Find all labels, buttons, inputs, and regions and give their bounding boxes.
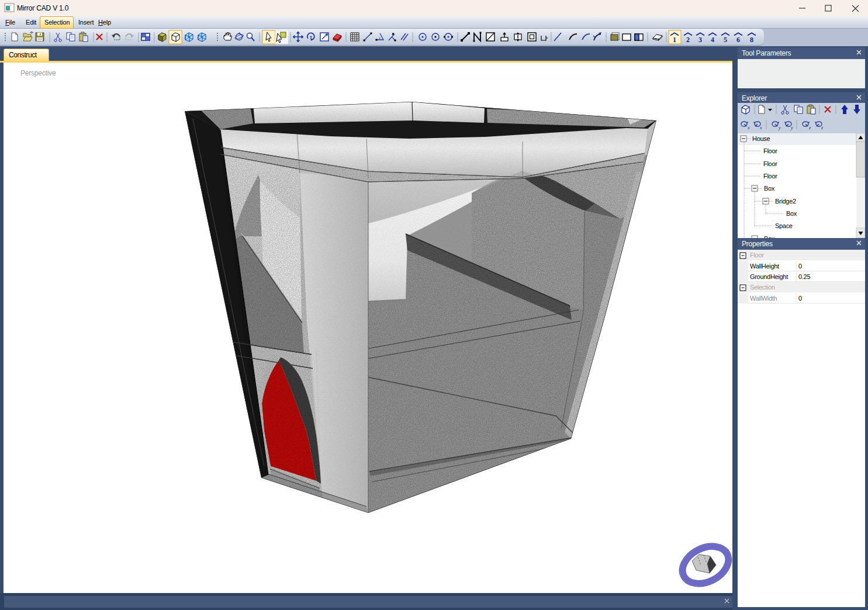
svg-text:Floor: Floor [763, 147, 777, 154]
svg-text:Box: Box [764, 185, 775, 192]
svg-text:x: x [747, 125, 750, 130]
svg-text:y: y [790, 125, 793, 130]
svg-text:Box: Box [786, 210, 797, 217]
svg-text:z: z [821, 125, 824, 130]
svg-text:4: 4 [711, 36, 714, 44]
svg-text:5: 5 [724, 36, 727, 44]
svg-text:6: 6 [736, 36, 740, 44]
svg-text:Bridge2: Bridge2 [775, 198, 796, 205]
svg-text:Floor: Floor [763, 160, 777, 167]
svg-text:z: z [808, 125, 811, 130]
svg-text:1: 1 [673, 36, 676, 44]
svg-text:2: 2 [686, 36, 690, 44]
svg-text:Space: Space [775, 222, 793, 229]
svg-text:y: y [778, 125, 781, 130]
svg-text:x: x [759, 125, 762, 130]
svg-text:3: 3 [698, 36, 702, 44]
svg-text:8: 8 [750, 36, 753, 44]
svg-text:House: House [752, 135, 770, 142]
svg-text:Floor: Floor [763, 173, 777, 180]
